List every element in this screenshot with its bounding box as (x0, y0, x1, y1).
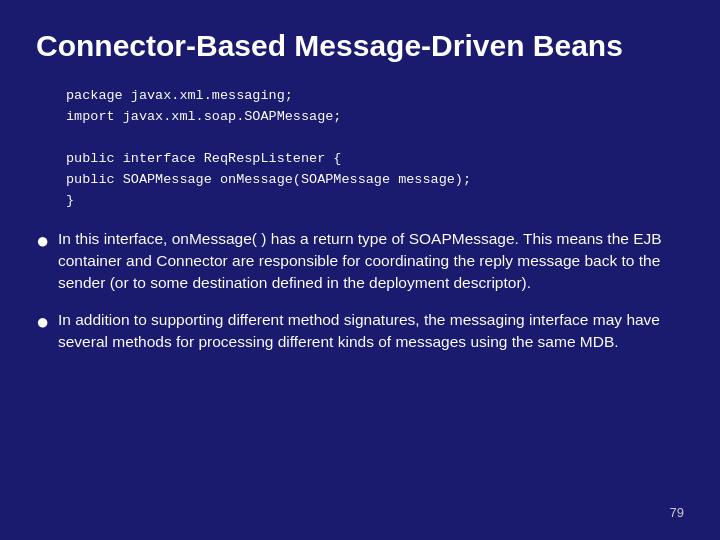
bullet-dot-2: ● (36, 310, 58, 334)
bullet-text-2: In addition to supporting different meth… (58, 309, 684, 354)
list-item: ● In this interface, onMessage( ) has a … (36, 228, 684, 295)
code-line-6: } (66, 191, 684, 212)
bullet-text-1: In this interface, onMessage( ) has a re… (58, 228, 684, 295)
code-line-1: package javax.xml.messaging; (66, 86, 684, 107)
bullet-dot-1: ● (36, 229, 58, 253)
code-block: package javax.xml.messaging; import java… (36, 86, 684, 212)
bullet-list: ● In this interface, onMessage( ) has a … (36, 228, 684, 368)
page-number: 79 (36, 499, 684, 520)
slide-title: Connector-Based Message-Driven Beans (36, 28, 684, 64)
code-line-2: import javax.xml.soap.SOAPMessage; (66, 107, 684, 128)
code-line-5: public SOAPMessage onMessage(SOAPMessage… (66, 170, 684, 191)
code-line-4: public interface ReqRespListener { (66, 149, 684, 170)
content-area: ● In this interface, onMessage( ) has a … (36, 228, 684, 499)
code-line-3 (66, 128, 684, 149)
slide: Connector-Based Message-Driven Beans pac… (0, 0, 720, 540)
list-item: ● In addition to supporting different me… (36, 309, 684, 354)
